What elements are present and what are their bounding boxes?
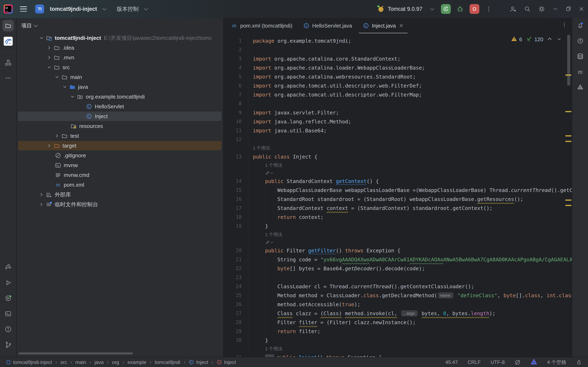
project-folder-icon[interactable] (2, 20, 14, 31)
project-name[interactable]: tomcat9jndi-inject (50, 6, 97, 12)
code-lines[interactable]: 1package org.example.tomcat9jndi;23impor… (224, 33, 572, 357)
chevron-down-icon[interactable] (70, 94, 75, 99)
problems-icon[interactable] (2, 324, 14, 335)
tree-item-main[interactable]: main (17, 72, 223, 82)
usage-hint[interactable]: 1 个用法 (224, 345, 572, 353)
tab-options-icon[interactable] (561, 22, 567, 29)
tree-item-.mvn[interactable]: .mvn (17, 53, 223, 62)
line-separator[interactable]: CRLF (468, 359, 481, 365)
add-user-icon[interactable] (508, 4, 518, 14)
plugin-status-icon[interactable] (530, 359, 537, 366)
tree-item-org.example.tomcat9jndi[interactable]: org.example.tomcat9jndi (17, 92, 223, 102)
notifications-bell-icon[interactable] (575, 20, 586, 31)
chevron-right-icon[interactable] (39, 202, 44, 207)
inspections-widget[interactable]: 6 120 (511, 35, 561, 43)
tree-item-mvnw.cmd[interactable]: mvnw.cmd (17, 170, 223, 180)
dependencies-knot-icon[interactable] (575, 82, 586, 93)
chevron-down-icon[interactable] (430, 6, 434, 10)
breadcrumb-item-Inject[interactable]: mInject (216, 359, 236, 365)
breadcrumb-item-tomcat9jndi[interactable]: tomcat9jndi (155, 359, 180, 365)
breadcrumb-item-example[interactable]: example (128, 359, 147, 365)
chevron-right-icon[interactable] (39, 192, 44, 197)
vertical-scrollbar[interactable] (567, 35, 570, 86)
warning-stripe-mark[interactable] (565, 75, 571, 76)
warning-stripe-mark[interactable] (565, 135, 571, 136)
plugin-icon[interactable] (2, 35, 14, 47)
database-icon[interactable] (575, 50, 586, 62)
chevron-down-icon[interactable] (102, 6, 106, 10)
chevron-down-icon[interactable] (62, 84, 67, 90)
usage-hint[interactable]: 1 个用法 (224, 144, 572, 152)
editor-area[interactable]: mpom.xml (tomcat9jndi)CHelloServlet.java… (224, 18, 572, 357)
next-problem-icon[interactable] (557, 36, 561, 43)
tree-item-test[interactable]: test (17, 131, 223, 141)
lock-open-icon[interactable] (576, 359, 582, 365)
caret-position[interactable]: 45:47 (445, 359, 458, 365)
tree-item-src[interactable]: src (17, 62, 223, 72)
tab-Inject.java[interactable]: CInject.java✕ (357, 18, 409, 33)
tree-item-mvnw[interactable]: mvnw (17, 160, 223, 170)
tree-item-resources[interactable]: resources (17, 121, 223, 131)
code-vision-author-icon[interactable] (224, 239, 572, 246)
highlighting-level-icon[interactable] (514, 359, 521, 365)
tree-item-target[interactable]: target (17, 141, 223, 150)
horizontal-scrollbar[interactable] (18, 352, 133, 354)
rerun-button[interactable] (441, 4, 451, 14)
close-icon[interactable]: ✕ (399, 23, 404, 29)
tree-item-java[interactable]: java (17, 82, 223, 92)
tree-item-.idea[interactable]: .idea (17, 43, 223, 53)
tree-item-外部库[interactable]: 外部库 (17, 190, 223, 200)
services-icon[interactable] (2, 292, 14, 304)
maven-tool-icon[interactable]: m (575, 66, 586, 77)
git-branch-icon[interactable] (2, 339, 14, 350)
breadcrumb-item-main[interactable]: main (75, 359, 86, 365)
usage-hint[interactable]: 1 个用法 (224, 161, 572, 169)
ai-assistant-spiral-icon[interactable] (575, 35, 586, 47)
warning-stripe-mark[interactable] (565, 111, 571, 112)
tree-item-tomcat9jndi-inject[interactable]: tomcat9jndi-injectE:\开发项目\javasec2\tomca… (17, 33, 223, 43)
chevron-right-icon[interactable] (47, 143, 52, 148)
structure-icon[interactable] (2, 57, 14, 68)
chevron-down-icon[interactable] (47, 65, 52, 70)
tree-item-pom.xml[interactable]: mpom.xml (17, 180, 223, 190)
search-icon[interactable] (522, 4, 532, 14)
run-play-icon[interactable] (2, 277, 14, 288)
more-actions-icon[interactable] (484, 4, 494, 14)
breadcrumb-item-org[interactable]: org (112, 359, 119, 365)
warning-stripe-mark[interactable] (565, 141, 571, 142)
project-panel-header[interactable]: 项目 (17, 18, 223, 33)
tree-item-Inject[interactable]: CInject (17, 111, 223, 121)
chevron-right-icon[interactable] (47, 45, 52, 50)
run-configuration[interactable]: Tomcat 9.0.97 (388, 6, 422, 12)
maximize-button[interactable] (562, 0, 575, 18)
chevron-right-icon[interactable] (47, 55, 52, 60)
tab-pom.xml (tomcat9jndi)[interactable]: mpom.xml (tomcat9jndi) (226, 18, 298, 33)
debug-button[interactable] (455, 4, 465, 14)
code-vision-author-icon[interactable] (224, 169, 572, 177)
warning-stripe-mark[interactable] (565, 205, 571, 206)
chevron-down-icon[interactable] (39, 35, 44, 41)
tree-item-.gitignore[interactable]: .gitignore (17, 150, 223, 160)
main-menu-icon[interactable] (20, 6, 27, 12)
tree-item-临时文件和控制台[interactable]: 临时文件和控制台 (17, 200, 223, 209)
usage-hint[interactable]: 1 个用法 (224, 231, 572, 239)
tree-item-HelloServlet[interactable]: CHelloServlet (17, 102, 223, 111)
close-button[interactable] (575, 0, 588, 18)
chevron-down-icon[interactable] (54, 75, 60, 80)
breadcrumb-item-Inject[interactable]: CInject (189, 359, 208, 365)
tab-HelloServlet.java[interactable]: CHelloServlet.java (298, 18, 357, 33)
more-icon[interactable] (2, 72, 14, 84)
breadcrumb-item-java[interactable]: java (94, 359, 104, 365)
breadcrumb-item-tomcat9jndi-inject[interactable]: tomcat9jndi-inject (6, 359, 52, 365)
vcs-widget[interactable]: 版本控制 (117, 5, 139, 13)
minimize-button[interactable] (549, 0, 562, 18)
terminal-icon[interactable] (2, 308, 14, 319)
file-encoding[interactable]: UTF-8 (491, 359, 505, 365)
settings-gear-icon[interactable] (537, 4, 546, 14)
chevron-right-icon[interactable] (54, 133, 60, 139)
breadcrumb-item-src[interactable]: src (60, 359, 67, 365)
warning-stripe-mark[interactable] (565, 200, 571, 201)
stop-button[interactable] (469, 4, 479, 14)
previous-problem-icon[interactable] (547, 36, 552, 43)
chevron-down-icon[interactable] (144, 6, 148, 10)
